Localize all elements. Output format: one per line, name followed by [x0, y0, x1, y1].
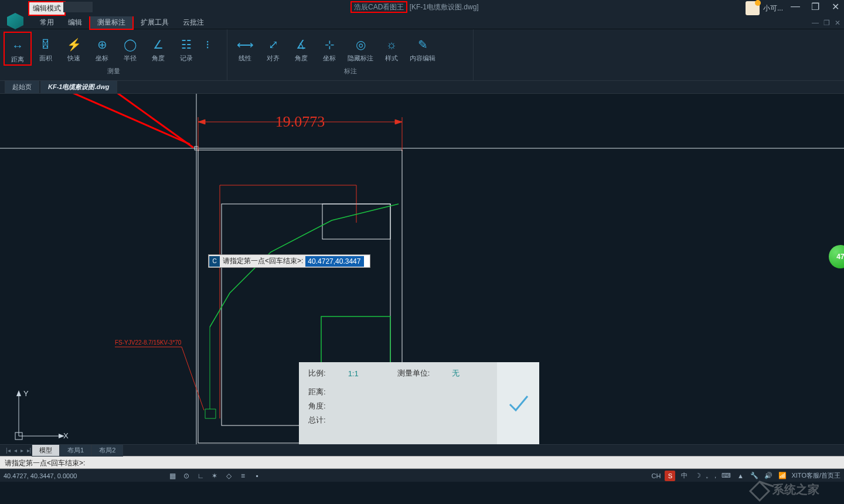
window-title: 浩辰CAD看图王 [KF-1电缆敷设图.dwg] [350, 2, 479, 12]
menu-extend[interactable]: 扩展工具 [134, 16, 176, 29]
ortho-toggle-icon[interactable]: ∟ [195, 471, 206, 481]
contentedit-icon: ✎ [413, 35, 432, 54]
svg-line-13 [182, 347, 204, 410]
tool-linear[interactable]: ⟷线性 [231, 32, 259, 66]
layout-nav[interactable]: |◂◂▸▸| [5, 447, 32, 454]
tab-drawing[interactable]: KF-1电缆敷设图.dwg [40, 80, 117, 93]
dyn-toggle-icon[interactable]: ▪ [251, 471, 262, 481]
ribbon-group-label-annotate: 标注 [227, 66, 473, 77]
ribbon-group-label-measure: 测量 [0, 66, 227, 77]
dyn-icon: C [209, 256, 220, 267]
menu-common[interactable]: 常用 [33, 16, 61, 29]
cable-label: FS-YJV22-8.7/15KV-3*70 [115, 339, 182, 346]
tool-hide-dim[interactable]: ◎隐藏标注 [343, 32, 377, 66]
aligned-icon: ⤢ [264, 35, 283, 54]
file-name: [KF-1电缆敷设图.dwg] [410, 3, 479, 11]
tab-layout2[interactable]: 布局2 [91, 444, 123, 457]
ribbon-group-annotate: ⟷线性 ⤢对齐 ∡角度 ⊹坐标 ◎隐藏标注 ☼样式 ✎内容编辑 标注 [227, 29, 474, 80]
dyn-prompt: 请指定第一点<回车结束>: [220, 255, 305, 267]
distance-icon: ↔ [8, 36, 27, 55]
status-bar: 40.4727, 40.3447, 0.0000 ▦ ⊙ ∟ ✶ ◇ ≡ ▪ C… [0, 469, 844, 482]
tray-wrench-icon[interactable]: 🔧 [749, 471, 760, 481]
menu-bar: 常用 编辑 测量标注 扩展工具 云批注 — ❐ ✕ [0, 16, 844, 29]
sub-min-icon[interactable]: — [812, 19, 819, 27]
status-toggle-icons: ▦ ⊙ ∟ ✶ ◇ ≡ ▪ [167, 471, 262, 481]
tray-sound-icon[interactable]: 🔊 [763, 471, 774, 481]
ime-chn[interactable]: 中 [679, 471, 689, 481]
confirm-button[interactable] [497, 362, 539, 444]
more-icon: ⁝ [198, 35, 217, 54]
measure-result-panel: 比例: 1:1 测量单位: 无 距离: 角度: 总计: [299, 362, 539, 444]
tab-start[interactable]: 起始页 [5, 80, 39, 93]
coord2-icon: ⊹ [320, 35, 339, 54]
tool-quick[interactable]: ⚡快速 [60, 32, 88, 66]
ime-s[interactable]: S [665, 471, 675, 481]
m-ratio-label: 比例: [308, 368, 326, 379]
tool-coord[interactable]: ⊕坐标 [88, 32, 116, 66]
tool-contentedit[interactable]: ✎内容编辑 [406, 32, 440, 66]
tray-flag-icon[interactable]: ▲ [735, 471, 746, 481]
command-line[interactable]: 请指定第一点<回车结束>: [0, 456, 844, 469]
lwt-toggle-icon[interactable]: ≡ [237, 471, 248, 481]
tool-coord2[interactable]: ⊹坐标 [315, 32, 343, 66]
svg-line-26 [760, 482, 774, 486]
tool-record-more[interactable]: ⁝ [200, 32, 215, 66]
linear-icon: ⟷ [236, 35, 254, 54]
ribbon-group-measure: ↔距离 〿面积 ⚡快速 ⊕坐标 ◯半径 ∠角度 ☷记录 ⁝ 测量 [0, 29, 227, 80]
area-icon: 〿 [36, 35, 55, 54]
svg-text:系统之家: 系统之家 [772, 483, 819, 496]
tool-angle[interactable]: ∠角度 [144, 32, 172, 66]
m-total: 总计: [308, 415, 488, 425]
dyn-value[interactable]: 40.4727,40.3447 [305, 256, 364, 267]
polar-toggle-icon[interactable]: ✶ [209, 471, 220, 481]
svg-marker-7 [395, 120, 402, 124]
menu-measure[interactable]: 测量标注 [89, 15, 134, 30]
user-name: 小可... [763, 4, 783, 13]
menu-cloud[interactable]: 云批注 [176, 16, 211, 29]
coord-icon: ⊕ [93, 35, 111, 54]
tray-text: XITO客服/首页王 [791, 471, 840, 480]
sub-max-icon[interactable]: ❐ [823, 19, 830, 27]
keyboard-icon[interactable]: ⌨ [721, 471, 731, 481]
grid-toggle-icon[interactable]: ▦ [167, 471, 178, 481]
menu-edit[interactable]: 编辑 [61, 16, 89, 29]
ime-moon-icon[interactable]: ☽ [693, 471, 703, 481]
osnap-toggle-icon[interactable]: ◇ [223, 471, 234, 481]
tool-style[interactable]: ☼样式 [377, 32, 406, 66]
file-tabs: 起始页 KF-1电缆敷设图.dwg [0, 81, 844, 94]
quick-icon: ⚡ [64, 35, 83, 54]
check-icon [506, 391, 530, 415]
tool-area[interactable]: 〿面积 [32, 32, 60, 66]
dimension-text: 19.0773 [275, 113, 325, 130]
svg-text:X: X [63, 431, 69, 440]
sub-close-icon[interactable]: ✕ [835, 19, 840, 27]
radius-icon: ◯ [121, 35, 139, 54]
m-angle: 角度: [308, 401, 488, 411]
tool-angle2[interactable]: ∡角度 [287, 32, 315, 66]
tool-record[interactable]: ☷记录 [172, 32, 200, 66]
m-unit-value: 无 [452, 368, 460, 379]
svg-text:Y: Y [23, 389, 29, 398]
drawing-canvas[interactable]: 19.0773 FS-YJV22-8.7/15KV-3*70 C 请指定第一点< [0, 94, 844, 444]
tool-radius[interactable]: ◯半径 [116, 32, 144, 66]
edit-mode-switch[interactable] [63, 2, 93, 12]
close-button[interactable]: ✕ [829, 1, 842, 14]
tool-aligned[interactable]: ⤢对齐 [259, 32, 287, 66]
user-block[interactable]: 小可... [743, 0, 785, 16]
m-unit-label: 测量单位: [397, 368, 430, 379]
ime-lang[interactable]: CH [651, 471, 661, 481]
tab-layout1[interactable]: 布局1 [60, 444, 91, 457]
tab-model[interactable]: 模型 [32, 444, 60, 457]
edit-mode-button[interactable]: 编辑模式 [28, 1, 66, 16]
minimize-button[interactable]: — [789, 1, 802, 14]
tray-wifi-icon[interactable]: 📶 [777, 471, 788, 481]
maximize-button[interactable]: ❐ [809, 1, 822, 14]
snap-toggle-icon[interactable]: ⊙ [181, 471, 192, 481]
hide-icon: ◎ [351, 35, 370, 54]
style-icon: ☼ [382, 35, 401, 54]
ime-punct[interactable]: 。， [707, 471, 717, 481]
status-coords: 40.4727, 40.3447, 0.0000 [4, 472, 77, 479]
dynamic-input[interactable]: C 请指定第一点<回车结束>: 40.4727,40.3447 [208, 254, 370, 268]
tool-distance[interactable]: ↔距离 [4, 32, 32, 66]
window-controls: — ❐ ✕ [789, 1, 842, 14]
